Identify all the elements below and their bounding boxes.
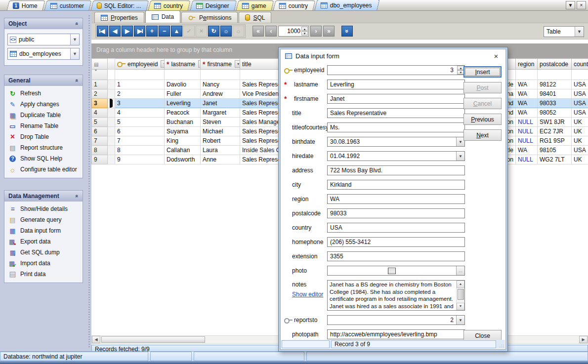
tab-dbo-employees[interactable]: dbo_employees	[314, 0, 379, 10]
cell-lastname[interactable]: Buchanan	[165, 118, 201, 127]
next-record-button[interactable]: ▶	[122, 26, 133, 37]
cell-postalcode[interactable]: SW1 8JR	[538, 118, 572, 127]
cell-employeeid[interactable]: 1	[115, 80, 165, 89]
filter-cell[interactable]	[201, 70, 240, 80]
cell-firstname[interactable]: Nancy	[201, 80, 240, 89]
spin-down-icon[interactable]: ▼	[301, 31, 308, 36]
sidebar-item-rename-table[interactable]: Rename Table	[4, 121, 83, 131]
scrollbar-thumb[interactable]	[101, 336, 205, 343]
editor-tab-properties[interactable]: Properties	[94, 12, 144, 23]
lastname-field[interactable]: Leverling	[327, 80, 465, 89]
cell-firstname[interactable]: Margaret	[201, 108, 240, 118]
cell-lastname[interactable]: Callahan	[165, 146, 201, 155]
cell-postalcode[interactable]: EC2 7JR	[538, 127, 572, 136]
cell-employeeid[interactable]: 5	[115, 118, 165, 127]
cell-employeeid[interactable]: 2	[115, 89, 165, 99]
editor-tab-permissions[interactable]: Permissions	[181, 12, 238, 23]
cell-region[interactable]: WA	[516, 108, 538, 118]
cell-firstname[interactable]: Michael	[201, 127, 240, 136]
filter-dropdown-icon[interactable]: ▼	[198, 60, 200, 68]
cell-postalcode[interactable]: 98052	[538, 108, 572, 118]
next-button[interactable]: Next	[463, 129, 502, 141]
tab-designer[interactable]: Designer	[190, 0, 237, 10]
grid-menu-icon[interactable]: ▤	[94, 62, 98, 67]
row-number-cell[interactable]: 7	[92, 136, 108, 146]
memo-scrollbar[interactable]: ▲▼	[456, 281, 464, 310]
cell-lastname[interactable]: Leverling	[165, 99, 201, 108]
cell-firstname[interactable]: Steven	[201, 118, 240, 127]
collapse-icon[interactable]: «	[74, 195, 80, 198]
chevron-down-icon[interactable]: ▼	[70, 34, 79, 45]
cell-employeeid[interactable]: 6	[115, 127, 165, 136]
chevron-down-icon[interactable]: ▼	[70, 48, 79, 59]
cell-postalcode[interactable]: 98401	[538, 89, 572, 99]
sidebar-item-generate-query[interactable]: Generate query	[4, 214, 83, 225]
cell-employeeid[interactable]: 9	[115, 155, 165, 164]
data-management-panel-header[interactable]: Data Management «	[4, 191, 83, 202]
cell-region[interactable]: NULL	[516, 118, 538, 127]
cell-country[interactable]: UK	[572, 118, 588, 127]
filter-cell[interactable]	[115, 70, 165, 80]
window-close-button[interactable]: ×	[577, 1, 586, 9]
sidebar-item-drop-table[interactable]: Drop Table	[4, 131, 83, 142]
cell-firstname[interactable]: Laura	[201, 146, 240, 155]
row-number-cell[interactable]: 2	[92, 89, 108, 99]
sidebar-item-print-data[interactable]: Print data	[4, 269, 83, 280]
titleofcourtesy-field[interactable]: Ms.	[327, 122, 465, 132]
photopath-field[interactable]: http://accweb/emmployees/leverling.bmp	[327, 329, 465, 339]
tab-customer[interactable]: customer	[44, 0, 92, 10]
sidebar-item-get-sql-dump[interactable]: Get SQL dump	[4, 247, 83, 258]
collapse-icon[interactable]: «	[74, 22, 80, 25]
address-field[interactable]: 722 Moss Bay Blvd.	[327, 165, 465, 175]
extension-field[interactable]: 3355	[327, 251, 465, 261]
cell-firstname[interactable]: Anne	[201, 155, 240, 164]
cell-country[interactable]: UK	[572, 136, 588, 146]
title-field[interactable]: Sales Representative	[327, 108, 465, 118]
hiredate-field[interactable]: 01.04.1992▼	[327, 151, 465, 161]
tab-game[interactable]: game	[236, 0, 274, 10]
object-selector-dbo_employees[interactable]: dbo_employees▼	[7, 48, 80, 60]
next-page-button[interactable]: ›	[310, 26, 322, 37]
cell-country[interactable]: USA	[572, 80, 588, 89]
firstname-field[interactable]: Janet	[327, 94, 465, 104]
tab-country[interactable]: country	[148, 0, 191, 10]
combo-dropdown-icon[interactable]: ▼	[456, 316, 464, 324]
filter-row-header[interactable]	[92, 70, 108, 80]
cell-region[interactable]: WA	[516, 146, 538, 155]
sidebar-item-show-sql-help[interactable]: Show SQL Help	[4, 153, 83, 164]
cell-lastname[interactable]: Fuller	[165, 89, 201, 99]
filter-cell[interactable]	[165, 70, 201, 80]
cell-lastname[interactable]: Peacock	[165, 108, 201, 118]
cell-region[interactable]: NULL	[516, 136, 538, 146]
cell-employeeid[interactable]: 4	[115, 108, 165, 118]
last-record-button[interactable]: ▶	[134, 26, 145, 37]
cell-postalcode[interactable]: RG1 9SP	[538, 136, 572, 146]
cell-country[interactable]: UK	[572, 127, 588, 136]
filter-dropdown-icon[interactable]: ▼	[161, 60, 164, 68]
prior-record-button[interactable]: ◀	[109, 26, 121, 37]
cell-postalcode[interactable]: 98122	[538, 80, 572, 89]
filter-cell[interactable]	[572, 70, 588, 80]
row-number-cell[interactable]: 9	[92, 155, 108, 164]
grid-column-header-region[interactable]: region▼	[516, 59, 538, 70]
postalcode-field[interactable]: 98033	[327, 208, 465, 218]
dialog-title-bar[interactable]: Data input form ×	[281, 49, 505, 63]
editor-tab-data[interactable]: Data	[145, 10, 180, 23]
insert-button[interactable]: Insert	[463, 66, 502, 78]
cell-region[interactable]: NULL	[516, 127, 538, 136]
object-selector-public[interactable]: <>public▼	[7, 34, 80, 45]
scroll-down-icon[interactable]: ▼	[457, 303, 464, 310]
set-filter-button[interactable]: ☼	[220, 26, 232, 37]
scroll-up-icon[interactable]: ▲	[457, 281, 464, 288]
first-record-button[interactable]: ◀	[97, 26, 108, 37]
row-number-cell[interactable]: 4	[92, 108, 108, 118]
row-number-cell[interactable]: 5	[92, 118, 108, 127]
filter-cell[interactable]	[538, 70, 572, 80]
row-number-cell[interactable]: 3	[92, 99, 108, 108]
cell-lastname[interactable]: King	[165, 136, 201, 146]
object-panel-header[interactable]: Object «	[4, 18, 83, 29]
cell-region[interactable]: NULL	[516, 155, 538, 164]
scroll-right-icon[interactable]: ▶	[579, 336, 588, 343]
homephone-field[interactable]: (206) 555-3412	[327, 237, 465, 247]
sidebar-item-configure-table-editor[interactable]: Configure table editor	[4, 164, 83, 175]
